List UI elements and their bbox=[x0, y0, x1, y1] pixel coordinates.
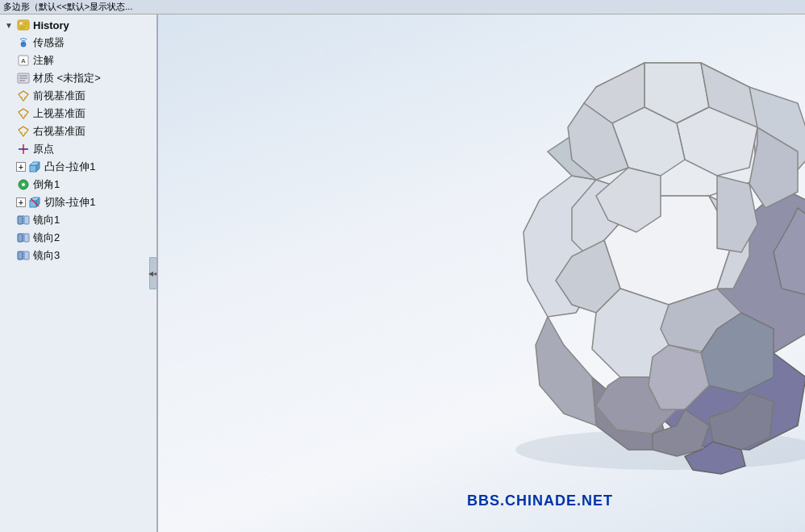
svg-rect-1 bbox=[19, 22, 23, 25]
extrude1-expand[interactable]: + bbox=[16, 162, 26, 172]
top-plane-icon bbox=[16, 106, 31, 121]
sidebar-item-mirror3[interactable]: 镜向3 bbox=[0, 247, 156, 264]
panel-collapse-handle[interactable]: ◀◀ bbox=[149, 257, 157, 289]
note-icon: A bbox=[16, 53, 31, 68]
svg-marker-40 bbox=[536, 317, 596, 426]
material-label: 材质 <未指定> bbox=[33, 71, 101, 85]
svg-rect-26 bbox=[24, 216, 29, 224]
right-plane-label: 右视基准面 bbox=[33, 124, 86, 139]
feature-tree: ▼ History bbox=[0, 15, 156, 532]
cut1-label: 切除-拉伸1 bbox=[44, 195, 96, 210]
fillet-icon bbox=[16, 177, 31, 192]
sidebar-item-note[interactable]: A 注解 bbox=[0, 52, 156, 69]
history-expand[interactable]: ▼ bbox=[3, 19, 15, 31]
top-plane-label: 上视基准面 bbox=[33, 106, 86, 121]
origin-icon bbox=[16, 142, 31, 156]
history-row[interactable]: ▼ History bbox=[0, 16, 156, 34]
fillet-label: 倒角1 bbox=[33, 177, 60, 192]
front-plane-label: 前视基准面 bbox=[33, 89, 86, 103]
viewport[interactable]: BBS.CHINADE.NET bbox=[158, 15, 805, 532]
collapse-arrow: ◀◀ bbox=[148, 270, 158, 277]
sidebar-item-front-plane[interactable]: 前视基准面 bbox=[0, 87, 156, 105]
mirror1-label: 镜向1 bbox=[33, 213, 60, 227]
sensor-label: 传感器 bbox=[33, 35, 65, 50]
svg-rect-32 bbox=[24, 251, 29, 260]
svg-text:A: A bbox=[21, 57, 26, 64]
svg-rect-28 bbox=[18, 234, 23, 242]
sidebar-item-mirror1[interactable]: 镜向1 bbox=[0, 211, 156, 229]
mirror2-label: 镜向2 bbox=[33, 231, 60, 245]
right-plane-icon bbox=[16, 124, 31, 139]
sidebar-item-right-plane[interactable]: 右视基准面 bbox=[0, 123, 156, 140]
svg-rect-20 bbox=[30, 165, 36, 172]
title-bar: 多边形（默认<<默认>显示状态... bbox=[0, 0, 805, 15]
svg-rect-25 bbox=[18, 216, 23, 224]
main-area: ▼ History bbox=[0, 15, 805, 532]
sidebar-item-origin[interactable]: 原点 bbox=[0, 140, 156, 158]
mirror3-label: 镜向3 bbox=[33, 248, 60, 263]
svg-point-19 bbox=[23, 148, 25, 151]
watermark-text: BBS.CHINADE.NET bbox=[467, 493, 613, 509]
extrude1-icon bbox=[27, 160, 42, 174]
mirror3-icon bbox=[16, 248, 31, 263]
origin-label: 原点 bbox=[33, 142, 54, 156]
svg-rect-23 bbox=[30, 201, 36, 207]
sensor-icon bbox=[16, 35, 31, 50]
history-label: History bbox=[33, 19, 69, 31]
3d-model-container bbox=[435, 39, 805, 493]
sidebar-item-fillet[interactable]: 倒角1 bbox=[0, 176, 156, 193]
cut1-expand[interactable]: + bbox=[16, 197, 26, 207]
left-panel: ▼ History bbox=[0, 15, 158, 532]
cut1-icon bbox=[27, 195, 42, 210]
sidebar-item-top-plane[interactable]: 上视基准面 bbox=[0, 105, 156, 123]
svg-point-22 bbox=[22, 183, 25, 186]
sidebar-item-cut1[interactable]: + 切除-拉伸1 bbox=[0, 193, 156, 211]
watermark: BBS.CHINADE.NET bbox=[467, 493, 613, 509]
3d-model-svg bbox=[435, 39, 805, 490]
sidebar-item-sensor[interactable]: 传感器 bbox=[0, 34, 156, 52]
mirror1-icon bbox=[16, 213, 31, 227]
material-icon bbox=[16, 71, 31, 85]
title-text: 多边形（默认<<默认>显示状态... bbox=[3, 1, 132, 13]
front-plane-icon bbox=[16, 89, 31, 103]
history-icon bbox=[16, 18, 31, 32]
note-label: 注解 bbox=[33, 53, 54, 68]
svg-rect-31 bbox=[18, 251, 23, 260]
mirror2-icon bbox=[16, 231, 31, 245]
sidebar-item-mirror2[interactable]: 镜向2 bbox=[0, 229, 156, 247]
svg-rect-29 bbox=[24, 234, 29, 242]
sidebar-item-extrude1[interactable]: + 凸台-拉伸1 bbox=[0, 158, 156, 176]
extrude1-label: 凸台-拉伸1 bbox=[44, 160, 96, 174]
sidebar-item-material[interactable]: 材质 <未指定> bbox=[0, 69, 156, 87]
